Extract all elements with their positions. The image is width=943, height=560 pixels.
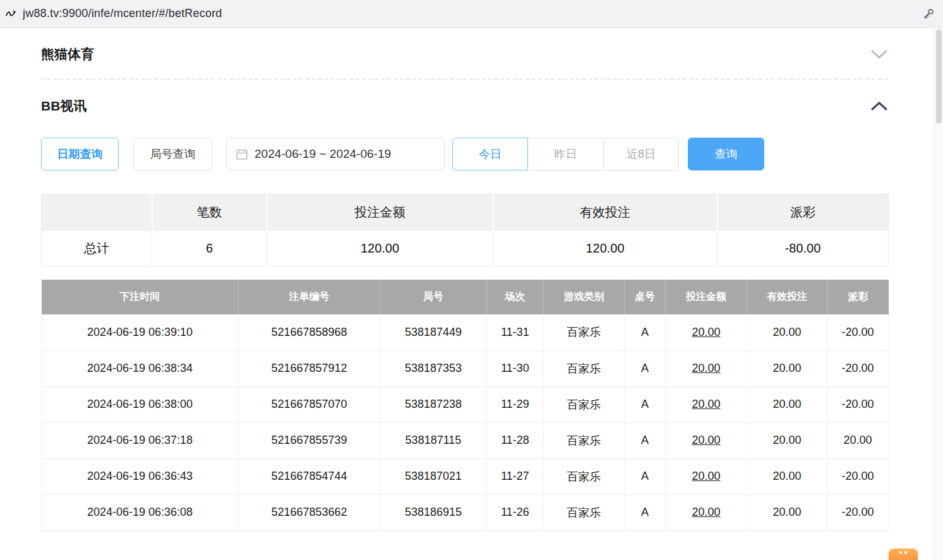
cell-game-type: 百家乐: [544, 386, 625, 422]
cell-bet-time: 2024-06-19 06:38:00: [42, 386, 239, 422]
bet-records-table: 下注时间 注单编号 局号 场次 游戏类别 桌号 投注金额 有效投注 派彩 202…: [41, 280, 889, 531]
round-query-tab[interactable]: 局号查询: [133, 138, 212, 170]
cell-round-id: 538187449: [380, 314, 487, 350]
cell-valid-bet: 20.00: [747, 422, 827, 458]
bet-table-header-row: 下注时间 注单编号 局号 场次 游戏类别 桌号 投注金额 有效投注 派彩: [42, 280, 889, 314]
search-button[interactable]: 查询: [688, 138, 764, 170]
cell-payout: -20.00: [827, 458, 889, 494]
cell-round-id: 538187353: [380, 350, 487, 386]
table-row: 2024-06-19 06:36:43 521667854744 5381870…: [42, 458, 889, 494]
site-icon: [4, 7, 18, 21]
cell-bet-amount-link[interactable]: 20.00: [666, 458, 747, 494]
summary-total-valid-bet: 120.00: [493, 230, 718, 266]
cell-payout: 20.00: [827, 422, 889, 458]
filter-row: 日期查询 局号查询 2024-06-19 ~ 2024-06-19 今日 昨日 …: [41, 138, 888, 170]
section-bb-video[interactable]: BB视讯: [41, 97, 888, 115]
section-title-panda: 熊猫体育: [41, 45, 94, 63]
cell-bet-amount-link[interactable]: 20.00: [666, 314, 747, 350]
quick-range-yesterday[interactable]: 昨日: [528, 138, 604, 170]
scrollbar[interactable]: [934, 28, 943, 560]
section-title-bb: BB视讯: [41, 97, 87, 115]
cell-round-id: 538187238: [380, 386, 487, 422]
summary-header-row: 笔数 投注金额 有效投注 派彩: [42, 194, 889, 230]
summary-header-bet-amount: 投注金额: [267, 194, 493, 230]
quick-range-today[interactable]: 今日: [452, 138, 528, 170]
section-divider: [41, 78, 888, 80]
cell-table-no: A: [625, 350, 666, 386]
table-row: 2024-06-19 06:39:10 521667858968 5381874…: [42, 314, 889, 350]
cell-game-type: 百家乐: [544, 350, 625, 386]
header-bet-amount: 投注金额: [666, 280, 747, 314]
cell-game-type: 百家乐: [544, 458, 625, 494]
cell-payout: -20.00: [827, 386, 889, 422]
quick-range-last8days[interactable]: 近8日: [603, 138, 679, 170]
cell-payout: -20.00: [827, 350, 889, 386]
cell-bet-id: 521667853662: [239, 494, 380, 530]
table-row: 2024-06-19 06:38:34 521667857912 5381873…: [42, 350, 889, 386]
summary-total-bet-amount: 120.00: [267, 230, 493, 266]
cell-round-id: 538187021: [380, 458, 487, 494]
calendar-icon: [236, 148, 248, 160]
cell-round-id: 538186915: [380, 494, 487, 530]
cell-payout: -20.00: [827, 314, 889, 350]
cell-bet-id: 521667857912: [239, 350, 380, 386]
bet-record-page: 熊猫体育 BB视讯 日期查询 局号查询 2024-06-19 ~: [0, 45, 943, 531]
table-row: 2024-06-19 06:38:00 521667857070 5381872…: [42, 386, 889, 422]
header-bet-id: 注单编号: [239, 280, 380, 314]
chevron-up-icon[interactable]: [870, 101, 888, 111]
cell-bet-time: 2024-06-19 06:38:34: [42, 350, 239, 386]
cell-valid-bet: 20.00: [747, 350, 827, 386]
cell-bet-amount-link[interactable]: 20.00: [666, 494, 747, 530]
cell-valid-bet: 20.00: [747, 386, 827, 422]
cell-bet-id: 521667855739: [239, 422, 380, 458]
cell-bet-id: 521667854744: [239, 458, 380, 494]
summary-total-count: 6: [152, 230, 267, 266]
cell-bet-time: 2024-06-19 06:36:43: [42, 458, 239, 494]
cell-bet-amount-link[interactable]: 20.00: [666, 422, 747, 458]
header-game-type: 游戏类别: [544, 280, 625, 314]
cell-bet-id: 521667858968: [239, 314, 380, 350]
table-row: 2024-06-19 06:36:08 521667853662 5381869…: [42, 494, 889, 530]
cell-bet-time: 2024-06-19 06:36:08: [42, 494, 239, 530]
section-panda-sports[interactable]: 熊猫体育: [41, 45, 888, 63]
cell-table-no: A: [625, 458, 666, 494]
floating-widget[interactable]: [889, 549, 918, 560]
chevron-down-icon[interactable]: [870, 49, 888, 59]
cell-session: 11-27: [487, 458, 544, 494]
summary-header-count: 笔数: [152, 194, 267, 230]
key-icon[interactable]: [922, 7, 935, 21]
bet-table-body: 2024-06-19 06:39:10 521667858968 5381874…: [42, 314, 889, 530]
summary-header-valid-bet: 有效投注: [493, 194, 718, 230]
cell-bet-amount-link[interactable]: 20.00: [666, 386, 747, 422]
summary-total-payout: -80.00: [718, 230, 889, 266]
browser-address-bar[interactable]: jw88.tv:9900/infe/mcenter/#/betRecord: [0, 0, 943, 28]
summary-header-empty: [42, 194, 152, 230]
header-valid-bet: 有效投注: [747, 280, 827, 314]
cell-game-type: 百家乐: [544, 422, 625, 458]
cell-bet-time: 2024-06-19 06:39:10: [42, 314, 239, 350]
date-range-input[interactable]: 2024-06-19 ~ 2024-06-19: [226, 138, 445, 170]
summary-table: 笔数 投注金额 有效投注 派彩 总计 6 120.00 120.00 -80.0…: [41, 194, 889, 266]
cell-session: 11-26: [487, 494, 544, 530]
cell-round-id: 538187115: [380, 422, 487, 458]
url-text[interactable]: jw88.tv:9900/infe/mcenter/#/betRecord: [23, 7, 922, 20]
cell-valid-bet: 20.00: [747, 458, 827, 494]
cell-bet-time: 2024-06-19 06:37:18: [42, 422, 239, 458]
summary-header-payout: 派彩: [718, 194, 889, 230]
cell-table-no: A: [625, 422, 666, 458]
cell-bet-amount-link[interactable]: 20.00: [666, 350, 747, 386]
header-table-no: 桌号: [625, 280, 666, 314]
cell-valid-bet: 20.00: [747, 494, 827, 530]
summary-total-row: 总计 6 120.00 120.00 -80.00: [42, 230, 889, 266]
cell-session: 11-31: [487, 314, 544, 350]
header-payout: 派彩: [827, 280, 889, 314]
scrollbar-thumb[interactable]: [936, 29, 942, 124]
cell-valid-bet: 20.00: [747, 314, 827, 350]
cell-session: 11-29: [487, 386, 544, 422]
cell-session: 11-28: [487, 422, 544, 458]
cell-payout: -20.00: [827, 494, 889, 530]
date-query-tab[interactable]: 日期查询: [41, 138, 119, 170]
cell-bet-id: 521667857070: [239, 386, 380, 422]
quick-range-segment: 今日 昨日 近8日: [452, 138, 679, 170]
table-row: 2024-06-19 06:37:18 521667855739 5381871…: [42, 422, 889, 458]
